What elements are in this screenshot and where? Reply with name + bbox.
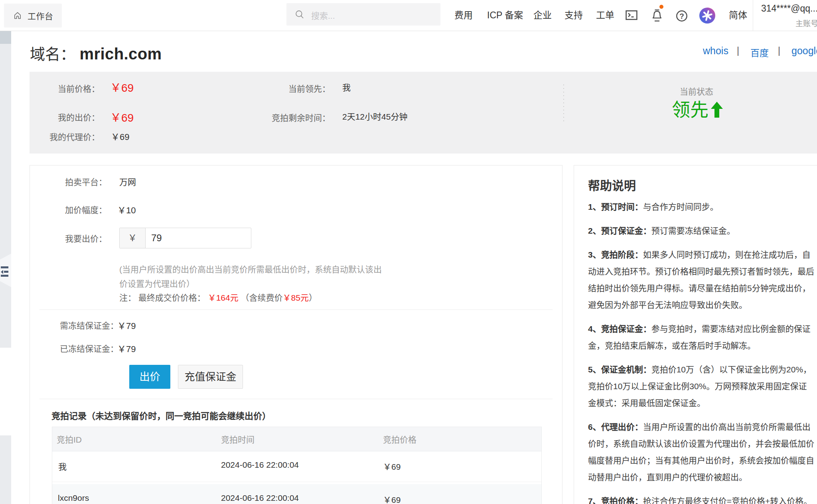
svg-text:?: ? bbox=[679, 12, 684, 20]
